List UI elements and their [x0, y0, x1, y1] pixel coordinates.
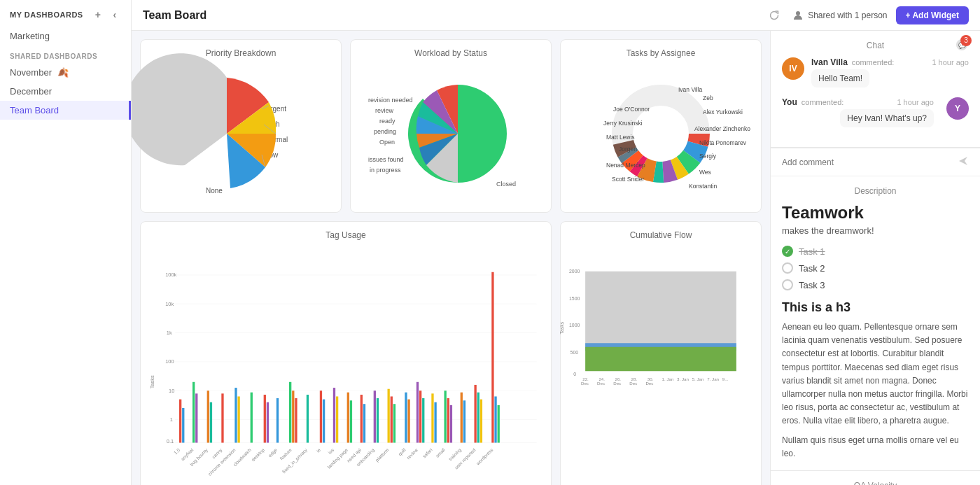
task-item: Task 1	[782, 246, 969, 257]
svg-rect-73	[295, 398, 297, 443]
widget-workload-status: Workload by Status revision needed revie…	[350, 39, 552, 213]
chat-section: Chat 💬 3 IV Ivan Villa commented:	[771, 31, 980, 148]
cumulative-flow-title: Cumulative Flow	[569, 230, 752, 240]
svg-rect-58	[179, 400, 181, 443]
description-heading: Teamwork	[782, 203, 969, 223]
workload-status-title: Workload by Status	[359, 48, 542, 58]
svg-rect-93	[431, 393, 433, 442]
svg-rect-103	[491, 272, 493, 443]
topbar-actions: Shared with 1 person + Add Widget	[764, 6, 969, 25]
chat-time: 1 hour ago	[932, 58, 969, 66]
description-body: Aenean eu leo quam. Pellentesque ornare …	[782, 321, 969, 428]
shared-text: Shared with 1 person	[808, 10, 887, 20]
svg-text:Closed: Closed	[496, 181, 516, 188]
chat-title: Chat	[867, 41, 884, 50]
qa-velocity-title: QA Velocity	[782, 481, 969, 485]
task-checkbox-1[interactable]	[782, 246, 793, 257]
svg-rect-61	[195, 393, 197, 442]
task-label: Task 1	[799, 246, 825, 257]
svg-rect-64	[221, 393, 223, 442]
collapse-sidebar-button[interactable]: ‹	[108, 8, 121, 21]
svg-text:feature: feature	[279, 447, 293, 461]
notification-badge: 3	[960, 35, 972, 46]
page-title: Team Board	[143, 9, 206, 22]
svg-rect-84	[377, 398, 379, 443]
svg-text:Sergiy: Sergiy	[699, 153, 717, 160]
svg-text:revision needed: revision needed	[368, 97, 413, 104]
task-item: Task 2	[782, 262, 969, 274]
chat-message: IV Ivan Villa commented: 1 hour ago Hell…	[782, 57, 969, 87]
svg-text:Dec: Dec	[581, 381, 589, 386]
widget-priority-breakdown: Priority Breakdown Urgent High Normal Lo…	[140, 39, 342, 213]
svg-text:ios: ios	[327, 447, 335, 455]
svg-rect-94	[434, 402, 436, 443]
svg-marker-135	[585, 272, 736, 347]
svg-text:10: 10	[169, 388, 174, 394]
svg-marker-137	[585, 347, 736, 372]
svg-text:Dec: Dec	[613, 381, 621, 386]
chat-bubble: Ivan Villa commented: 1 hour ago Hello T…	[811, 57, 969, 87]
svg-text:Tasks: Tasks	[559, 321, 564, 334]
widget-tasks-assignee: Tasks by Assignee	[560, 39, 762, 213]
svg-rect-80	[350, 400, 352, 442]
svg-text:5. Jan: 5. Jan	[692, 377, 704, 381]
svg-text:100k: 100k	[165, 272, 176, 278]
comment-input[interactable]	[782, 157, 952, 167]
svg-text:edge: edge	[267, 447, 279, 458]
shared-dashboards-label: SHARED DASHBOARDS	[0, 45, 131, 63]
shared-info: Shared with 1 person	[792, 10, 887, 21]
sidebar-item-november[interactable]: November 🍂	[0, 63, 131, 82]
content-area: Priority Breakdown Urgent High Normal Lo…	[132, 31, 980, 485]
svg-rect-105	[498, 405, 500, 443]
svg-text:Alex Yurkowski: Alex Yurkowski	[703, 108, 743, 115]
svg-text:1000: 1000	[569, 323, 580, 328]
svg-rect-99	[463, 400, 465, 442]
add-widget-button[interactable]: + Add Widget	[896, 6, 969, 24]
svg-rect-98	[461, 393, 463, 443]
svg-rect-85	[388, 389, 390, 443]
svg-text:ready: ready	[379, 118, 396, 125]
task-item: Task 3	[782, 279, 969, 290]
svg-text:Alexander Zinchenko: Alexander Zinchenko	[694, 125, 750, 132]
task-checkbox-3[interactable]	[782, 279, 793, 290]
widget-cumulative-flow: Cumulative Flow 2000 1500 1000 500 0 Tas…	[560, 221, 762, 485]
svg-text:wordpress: wordpress	[475, 447, 494, 467]
dashboard-grid: Priority Breakdown Urgent High Normal Lo…	[132, 31, 770, 485]
svg-rect-82	[363, 404, 365, 442]
refresh-button[interactable]	[764, 6, 784, 25]
svg-text:1500: 1500	[569, 296, 580, 301]
sidebar-item-marketing[interactable]: Marketing	[0, 27, 131, 45]
task-label: Task 3	[799, 280, 825, 290]
svg-rect-69	[267, 402, 269, 443]
svg-rect-62	[207, 391, 209, 442]
svg-text:platform: platform	[374, 447, 391, 463]
my-dashboards-label: MY DASHBOARDS	[10, 10, 83, 19]
svg-text:pending: pending	[374, 128, 396, 135]
task-label: Task 2	[799, 263, 825, 274]
svg-rect-96	[447, 398, 449, 443]
svg-text:review: review	[375, 107, 394, 114]
svg-text:Nikita Ponomarev: Nikita Ponomarev	[699, 139, 747, 146]
svg-text:Open: Open	[379, 139, 395, 146]
svg-text:issues found: issues found	[368, 156, 404, 163]
sidebar-item-december[interactable]: December	[0, 82, 131, 101]
chat-icon-wrapper: 💬 3	[955, 38, 969, 52]
svg-text:small: small	[435, 447, 446, 458]
svg-point-0	[796, 11, 800, 15]
send-comment-button[interactable]	[958, 155, 969, 169]
svg-rect-72	[292, 391, 294, 442]
sidebar-item-team-board[interactable]: Team Board	[0, 101, 131, 120]
svg-text:Ivan Villa: Ivan Villa	[678, 86, 703, 93]
description-h3: This is a h3	[782, 300, 969, 315]
task-checkbox-2[interactable]	[782, 262, 793, 274]
svg-rect-102	[480, 400, 482, 443]
svg-text:2000: 2000	[569, 269, 580, 274]
svg-text:500: 500	[570, 350, 579, 355]
svg-text:in progress: in progress	[370, 167, 401, 174]
chat-bubble: You commented: 1 hour ago Hey Ivan! What…	[782, 97, 934, 127]
svg-rect-77	[333, 388, 335, 443]
add-dashboard-button[interactable]: +	[92, 8, 104, 21]
tasks-assignee-title: Tasks by Assignee	[569, 48, 752, 58]
svg-rect-90	[416, 382, 419, 443]
avatar: IV	[782, 57, 804, 80]
